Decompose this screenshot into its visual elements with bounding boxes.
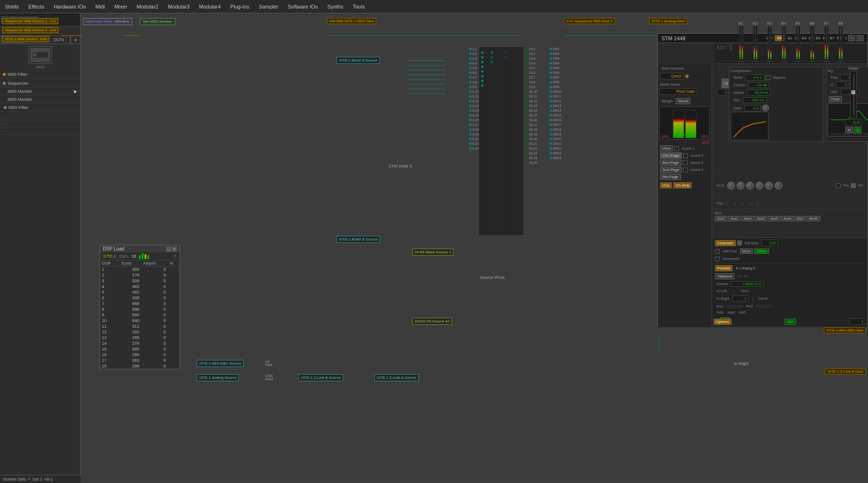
dsp-title-bar[interactable]: DSP Load _ × bbox=[100, 245, 180, 252]
sidebar-tab-outs[interactable]: OUTs bbox=[47, 36, 71, 44]
thresh-value[interactable]: -24 dB bbox=[748, 82, 769, 88]
aux-knob-6[interactable] bbox=[775, 182, 782, 189]
direct-outs-chk[interactable] bbox=[715, 257, 720, 261]
sidebar-expand-btn[interactable]: + bbox=[71, 36, 80, 44]
ins1-value[interactable] bbox=[726, 305, 743, 307]
talkback-btn[interactable]: Talkback bbox=[715, 273, 734, 279]
mix-btn[interactable]: MIX bbox=[785, 319, 796, 325]
channels-btn[interactable]: Channels bbox=[715, 240, 736, 246]
bus-monr[interactable]: MonR bbox=[806, 216, 820, 221]
sidebar-item-sequencer[interactable]: Sequencer bbox=[0, 80, 80, 87]
screen-set-1[interactable]: Set 1 bbox=[32, 477, 42, 482]
dsp-minimize-btn[interactable]: _ bbox=[166, 247, 171, 251]
sidebar-item-midi-monitor-2[interactable]: MIDI Monitor bbox=[0, 96, 80, 103]
rtn-page-btn[interactable]: Rtn-Page bbox=[660, 174, 681, 180]
aux-knob-1[interactable] bbox=[727, 182, 735, 189]
seq-midi-source-1[interactable]: Sequencer Midi Source 1 Out bbox=[2, 18, 58, 24]
solo-btn[interactable]: S bbox=[854, 127, 861, 133]
screen-alt1[interactable]: Alt-1 bbox=[44, 477, 53, 482]
add-screen-btn[interactable]: + bbox=[28, 477, 30, 482]
menu-shells[interactable]: Shells bbox=[0, 2, 24, 11]
menu-mixer[interactable]: Mixer bbox=[109, 2, 132, 11]
xite-zlink-a-source[interactable]: XITE-1 Z-Link A Source bbox=[374, 374, 419, 381]
ch-strip-btn[interactable]: Ch-Strip bbox=[673, 182, 692, 188]
ins2-value[interactable] bbox=[756, 305, 772, 307]
xite-zlink-b-source[interactable]: XITE-1 Z-Link B Source bbox=[298, 374, 343, 381]
bus-5[interactable]: Aux5 bbox=[768, 216, 780, 221]
attack-value[interactable]: 20.0 ms bbox=[747, 89, 770, 96]
vus-btn[interactable]: VUs bbox=[660, 182, 672, 188]
insert1-chk[interactable] bbox=[674, 146, 679, 151]
xite-analog-source[interactable]: XITE-1 Analog Source bbox=[197, 374, 239, 381]
xite-aes-ebu-dest[interactable]: XITE-1 AES-EBU Des bbox=[824, 327, 866, 333]
xite-adat-b-source[interactable]: XITE-1 ADAT B Source bbox=[336, 236, 380, 243]
kill-solo-chk[interactable] bbox=[737, 241, 742, 245]
presets-btn[interactable]: Presets bbox=[715, 265, 732, 271]
menu-modular2[interactable]: Modular2 bbox=[132, 2, 163, 11]
insert4-chk[interactable] bbox=[683, 168, 688, 172]
snd-page-btn[interactable]: Snd-Page bbox=[660, 167, 682, 173]
bus-mon[interactable]: Mon bbox=[795, 216, 806, 221]
xite-aes-ebu-source[interactable]: XITE-1 AES-EBU Source bbox=[197, 360, 244, 367]
menu-hardware-ios[interactable]: Hardware IOs bbox=[49, 2, 90, 11]
bus-6[interactable]: Aux6 bbox=[781, 216, 794, 221]
xite-adat-a-source[interactable]: XITE-1 ADAT A Source bbox=[336, 57, 380, 64]
zero-db-pan-chk[interactable] bbox=[715, 249, 720, 254]
aux-knob-5[interactable] bbox=[765, 182, 773, 189]
stm-close-btn[interactable]: × bbox=[848, 35, 855, 41]
in-right-value[interactable]: 2 bbox=[732, 295, 749, 302]
pre-chk[interactable] bbox=[836, 183, 841, 188]
bus-3[interactable]: Aux3 bbox=[741, 216, 754, 221]
menu-effects[interactable]: Effects bbox=[24, 2, 49, 11]
seq-midi-source-2[interactable]: Sequencer Midi Source 2 Out bbox=[2, 27, 58, 33]
seq-midi-dest-2[interactable]: In In Sequencer Midi Dest 2 bbox=[564, 18, 615, 24]
insert2-chk[interactable] bbox=[683, 153, 688, 158]
menu-modular4[interactable]: Modular4 bbox=[194, 2, 226, 11]
stereo-btn[interactable]: Stereo bbox=[754, 249, 769, 254]
bypass-chk[interactable] bbox=[766, 75, 770, 80]
chn-page-btn[interactable]: Chn-Page bbox=[660, 152, 682, 159]
gain-value[interactable]: 2.0 bbox=[744, 105, 761, 111]
menu-modular3[interactable]: Modular3 bbox=[163, 2, 194, 11]
xite-analog-dest-top[interactable]: XITE-1 Analog Dest bbox=[649, 18, 687, 24]
midi-monitor-box[interactable]: Min MIDI Monitor bbox=[140, 18, 175, 25]
menu-tools[interactable]: Tools bbox=[348, 2, 370, 11]
aux-knob-2[interactable] bbox=[737, 182, 744, 189]
menu-midi[interactable]: Midi bbox=[90, 2, 109, 11]
menu-software-ios[interactable]: Software IOs bbox=[283, 2, 323, 11]
device-value[interactable]: 1 ADAT A So bbox=[731, 281, 764, 286]
gain-knob[interactable] bbox=[762, 105, 769, 111]
bus-2[interactable]: Aux2 bbox=[728, 216, 741, 221]
bus-4[interactable]: Aux4 bbox=[755, 216, 767, 221]
sidebar-item-midi-monitor-1[interactable]: MIDI Monitor ▶ bbox=[0, 88, 80, 95]
midi-channel-value[interactable]: Omni bbox=[660, 73, 684, 80]
ratio-value[interactable]: 4.0:1 bbox=[745, 74, 764, 80]
stm-expand-btn[interactable]: □ bbox=[857, 35, 864, 41]
aux-knob-4[interactable] bbox=[756, 182, 763, 189]
xite-zlink-b-dest[interactable]: XITE-1 Z-Link B Dest bbox=[825, 368, 866, 375]
on-chk[interactable] bbox=[851, 183, 856, 188]
view-btn[interactable]: View bbox=[660, 145, 673, 152]
mono-btn[interactable]: Mono bbox=[740, 249, 753, 254]
sidebar-item-midi-filter-2[interactable]: MIDI Filter bbox=[0, 104, 80, 111]
sidebar-item-midi-filter-1[interactable]: MIDI Filter bbox=[0, 71, 80, 78]
bus-1[interactable]: Aux1 bbox=[715, 216, 727, 221]
motor-mode-value[interactable]: Post Gain bbox=[660, 88, 697, 95]
reset-btn[interactable]: Reset bbox=[676, 98, 690, 104]
bus-page-btn[interactable]: Bus-Page bbox=[660, 160, 681, 166]
menu-sampler[interactable]: Sampler bbox=[254, 2, 283, 11]
rel-value[interactable]: 200 ms bbox=[743, 97, 767, 103]
xite-midi-dest[interactable]: Midi Midi XITE-1 MIDI Dest bbox=[327, 18, 376, 24]
xite-midi-source[interactable]: XITE-1 Midi Source Midi bbox=[2, 36, 49, 42]
insert3-chk[interactable] bbox=[683, 161, 687, 165]
midi-filter-box[interactable]: MIDI MIDI Filter MFIl Minv bbox=[83, 18, 132, 25]
menu-synths[interactable]: Synths bbox=[323, 2, 348, 11]
mute-btn[interactable]: M bbox=[845, 127, 853, 133]
peak-btn[interactable]: Peak bbox=[829, 96, 842, 102]
options-btn[interactable]: Options bbox=[714, 319, 732, 325]
aux-knob-3[interactable] bbox=[746, 182, 754, 189]
asio2-source-box[interactable]: ASIO2-Fit Source 64 bbox=[412, 318, 452, 325]
wave-source-box[interactable]: 24 Bit Wave Source 1 bbox=[412, 249, 453, 256]
dsp-close-btn[interactable]: × bbox=[172, 247, 177, 251]
menu-plug-ins[interactable]: Plug-Ins bbox=[226, 2, 254, 11]
